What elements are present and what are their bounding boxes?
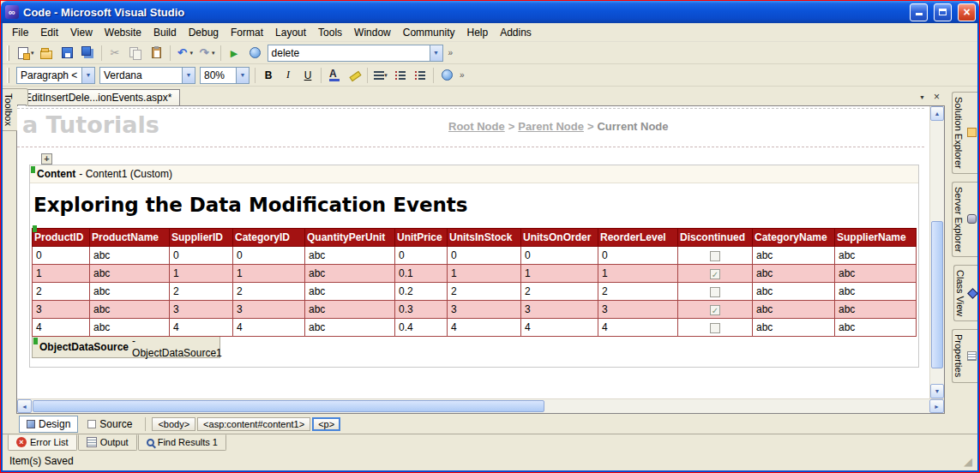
close-document-button[interactable]: × bbox=[930, 91, 943, 103]
menu-file[interactable]: File bbox=[6, 24, 34, 41]
hyperlink-button[interactable] bbox=[437, 67, 456, 84]
grid-cell: 3 bbox=[33, 301, 90, 319]
scroll-up-button[interactable]: ▲ bbox=[930, 106, 944, 121]
gridview-table: ProductIDProductNameSupplierIDCategoryID… bbox=[32, 228, 917, 337]
discontinued-checkbox[interactable] bbox=[710, 251, 720, 261]
document-list-dropdown-button[interactable]: ▼ bbox=[916, 91, 929, 103]
grid-column-header: Discontinued bbox=[678, 229, 753, 247]
font-color-button[interactable]: A bbox=[325, 67, 344, 84]
maximize-button[interactable] bbox=[934, 3, 952, 21]
toolbar-grip[interactable] bbox=[7, 68, 9, 83]
font-name-combo[interactable]: Verdana ▼ bbox=[99, 67, 195, 84]
objectdatasource-control[interactable]: ObjectDataSource - ObjectDataSource1 bbox=[32, 337, 220, 358]
grid-cell: abc bbox=[305, 319, 395, 337]
combo-dropdown-button[interactable]: ▼ bbox=[182, 68, 195, 83]
menu-debug[interactable]: Debug bbox=[183, 24, 225, 41]
gridview-header: ProductIDProductNameSupplierIDCategoryID… bbox=[33, 229, 917, 247]
block-format-combo[interactable]: Paragraph < ▼ bbox=[16, 67, 95, 84]
resize-grip-icon[interactable]: ◢ bbox=[964, 455, 972, 468]
start-debug-button[interactable]: ▶ bbox=[225, 44, 244, 63]
side-tab-server-explorer[interactable]: Server Explorer bbox=[952, 182, 977, 257]
menu-tools[interactable]: Tools bbox=[312, 24, 348, 41]
numbered-list-button[interactable] bbox=[391, 67, 410, 84]
horizontal-scroll-thumb[interactable] bbox=[33, 400, 544, 412]
save-button[interactable] bbox=[57, 44, 77, 63]
menu-format[interactable]: Format bbox=[225, 24, 269, 41]
scroll-right-button[interactable]: ► bbox=[929, 399, 944, 413]
gridview-control[interactable]: ProductIDProductNameSupplierIDCategoryID… bbox=[32, 228, 917, 337]
highlight-button[interactable] bbox=[345, 67, 364, 84]
menu-help[interactable]: Help bbox=[460, 24, 494, 41]
discontinued-checkbox[interactable] bbox=[710, 287, 720, 297]
bullet-list-button[interactable] bbox=[411, 67, 430, 84]
combo-dropdown-button[interactable]: ▼ bbox=[236, 68, 249, 83]
cut-button[interactable]: ✂ bbox=[105, 44, 125, 63]
italic-button[interactable]: I bbox=[279, 67, 298, 84]
content-placeholder-control[interactable]: Content - Content1 (Custom) Exploring th… bbox=[29, 165, 919, 368]
vertical-scroll-thumb[interactable] bbox=[931, 221, 943, 368]
vertical-scroll-track[interactable] bbox=[930, 121, 944, 384]
tag-nav-item-2[interactable]: <p> bbox=[312, 417, 340, 431]
minimize-button[interactable] bbox=[910, 3, 928, 21]
combo-dropdown-button[interactable]: ▼ bbox=[81, 68, 94, 83]
scroll-left-button[interactable]: ◄ bbox=[17, 399, 32, 413]
side-tab-properties[interactable]: Properties bbox=[952, 329, 977, 382]
panel-tab-find-results-1[interactable]: Find Results 1 bbox=[138, 434, 226, 451]
underline-button[interactable]: U bbox=[298, 67, 317, 84]
source-view-button[interactable]: Source bbox=[81, 416, 139, 432]
paste-button[interactable] bbox=[147, 44, 166, 63]
grid-cell: 0 bbox=[233, 247, 305, 265]
save-all-button[interactable] bbox=[78, 44, 98, 63]
design-surface[interactable]: a Tutorials Root Node>Parent Node>Curren… bbox=[17, 106, 929, 398]
redo-button[interactable]: ↷▾ bbox=[195, 44, 217, 63]
breadcrumb-root-link[interactable]: Root Node bbox=[448, 120, 505, 133]
font-size-combo[interactable]: 80% ▼ bbox=[200, 67, 250, 84]
control-glyph-icon bbox=[31, 166, 35, 173]
surface-row: a Tutorials Root Node>Parent Node>Curren… bbox=[17, 106, 944, 398]
breadcrumb-parent-link[interactable]: Parent Node bbox=[518, 120, 584, 133]
browse-button[interactable] bbox=[245, 44, 265, 63]
menu-layout[interactable]: Layout bbox=[269, 24, 312, 41]
menu-website[interactable]: Website bbox=[99, 24, 147, 41]
side-tab-solution-explorer[interactable]: Solution Explorer bbox=[952, 92, 977, 174]
menu-build[interactable]: Build bbox=[147, 24, 183, 41]
panel-tab-output[interactable]: Output bbox=[78, 434, 137, 451]
side-tab-class-view[interactable]: Class View bbox=[953, 265, 977, 321]
undo-button[interactable]: ↶▾ bbox=[174, 44, 195, 63]
design-view-button[interactable]: Design bbox=[19, 416, 78, 433]
find-combo[interactable]: delete ▼ bbox=[268, 45, 443, 62]
horizontal-scroll-track[interactable] bbox=[32, 399, 929, 413]
alignment-button[interactable]: ▾ bbox=[371, 67, 390, 84]
document-tab[interactable]: EditInsertDele...ionEvents.aspx* bbox=[16, 89, 180, 105]
menu-community[interactable]: Community bbox=[397, 24, 461, 41]
toolbar-options-button[interactable]: » bbox=[457, 70, 467, 80]
menu-window[interactable]: Window bbox=[348, 24, 397, 41]
panel-tab-error-list[interactable]: ×Error List bbox=[8, 434, 77, 451]
horizontal-scrollbar[interactable]: ◄ ► bbox=[17, 398, 944, 413]
toolbox-tab-label: Toolbox bbox=[3, 93, 14, 126]
content-control-header[interactable]: Content - Content1 (Custom) bbox=[30, 165, 918, 183]
menu-addins[interactable]: Addins bbox=[494, 24, 538, 41]
discontinued-checkbox[interactable]: ✓ bbox=[710, 269, 720, 279]
find-combo-value: delete bbox=[268, 47, 430, 59]
tag-nav-item-0[interactable]: <body> bbox=[152, 417, 195, 431]
discontinued-checkbox[interactable] bbox=[710, 323, 720, 333]
toolbar-grip[interactable] bbox=[7, 45, 9, 61]
menu-edit[interactable]: Edit bbox=[34, 24, 64, 41]
bold-button[interactable]: B bbox=[259, 67, 278, 84]
control-glyph-icon bbox=[33, 225, 37, 232]
add-new-item-button[interactable]: ▾ bbox=[15, 44, 36, 63]
close-button[interactable]: × bbox=[958, 3, 976, 21]
tag-nav-item-1[interactable]: <asp:content#content1> bbox=[197, 417, 310, 431]
toolbar-separator bbox=[220, 45, 221, 61]
scroll-down-button[interactable]: ▼ bbox=[930, 384, 944, 398]
copy-button[interactable] bbox=[126, 44, 146, 63]
toolbar-options-button[interactable]: » bbox=[446, 48, 456, 57]
vertical-scrollbar[interactable]: ▲ ▼ bbox=[929, 106, 944, 398]
move-handle-icon[interactable]: + bbox=[41, 153, 52, 165]
menu-view[interactable]: View bbox=[64, 24, 99, 41]
combo-dropdown-button[interactable]: ▼ bbox=[430, 45, 442, 61]
grid-cell: 2 bbox=[233, 283, 305, 301]
discontinued-checkbox[interactable]: ✓ bbox=[710, 305, 720, 315]
open-file-button[interactable] bbox=[37, 44, 57, 63]
